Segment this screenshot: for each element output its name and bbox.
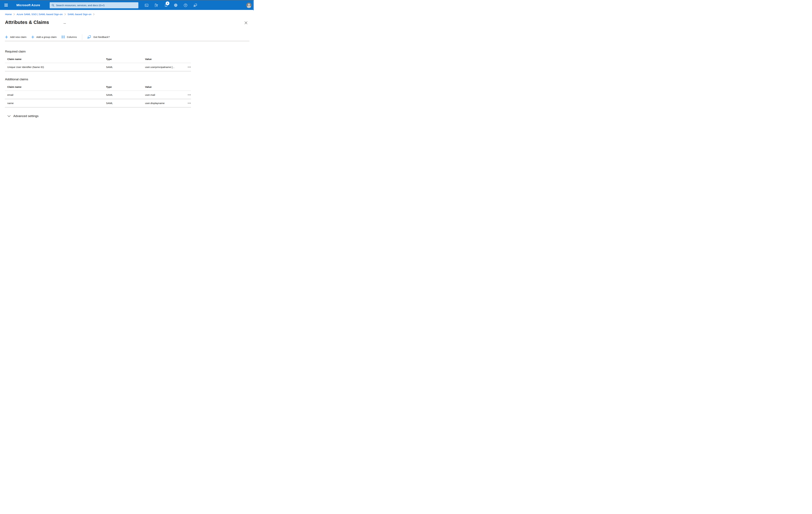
advanced-settings-label: Advanced settings (13, 114, 38, 118)
plus-icon (31, 35, 34, 38)
settings-button[interactable] (172, 2, 179, 8)
type-cell: SAML (106, 102, 145, 105)
table-header-row: Claim name Type Value (5, 83, 191, 91)
account-avatar[interactable] (246, 3, 252, 8)
got-feedback-label: Got feedback? (93, 35, 110, 38)
help-icon: ? (183, 3, 187, 7)
plus-icon (5, 35, 8, 38)
breadcrumb-app-link[interactable]: Azure SAML SSO | SAML-based Sign-on (17, 13, 62, 16)
table-header-row: Claim name Type Value (5, 55, 191, 63)
table-row[interactable]: name SAML user.displayname (5, 99, 191, 107)
type-cell: SAML (106, 66, 145, 69)
columns-label: Columns (67, 35, 77, 38)
add-new-claim-label: Add new claim (10, 35, 27, 38)
breadcrumb-home-link[interactable]: Home (5, 13, 12, 16)
chevron-right-icon (64, 13, 66, 16)
column-header-type: Type (106, 85, 145, 88)
command-bar: Add new claim Add a group claim Columns … (5, 34, 115, 40)
required-claim-table: Claim name Type Value Unique User Identi… (5, 55, 191, 71)
azure-top-bar: Microsoft Azure (0, 0, 254, 10)
got-feedback-button[interactable]: Got feedback? (87, 34, 110, 40)
chevron-right-icon (93, 13, 94, 16)
cloud-shell-icon (145, 3, 149, 7)
toolbar-divider (82, 34, 82, 40)
feedback-icon (87, 35, 91, 39)
columns-button[interactable]: Columns (62, 34, 77, 40)
topbar-icon-group: 6 ? (143, 2, 202, 8)
gear-icon (174, 3, 178, 7)
row-menu-button[interactable] (187, 66, 191, 68)
avatar-head (248, 4, 250, 6)
additional-claims-table: Claim name Type Value email SAML user.ma… (5, 83, 191, 107)
chevron-right-icon (13, 13, 15, 16)
help-button[interactable]: ? (182, 2, 189, 8)
close-icon (244, 21, 248, 24)
add-new-claim-button[interactable]: Add new claim (5, 34, 27, 40)
table-row[interactable]: Unique User Identifier (Name ID) SAML us… (5, 63, 191, 71)
close-blade-button[interactable] (243, 20, 248, 25)
claim-name-cell: name (7, 102, 106, 105)
command-bar-rule (5, 41, 250, 41)
columns-icon (62, 35, 65, 38)
add-group-claim-button[interactable]: Add a group claim (31, 34, 57, 40)
directory-filter-icon (154, 3, 158, 7)
value-cell: user.displayname (145, 102, 182, 105)
brand-title: Microsoft Azure (17, 3, 40, 7)
hamburger-menu-button[interactable] (2, 2, 9, 9)
claim-name-cell: Unique User Identifier (Name ID) (7, 66, 106, 69)
column-header-claim-name: Claim name (7, 58, 106, 61)
type-cell: SAML (106, 93, 145, 97)
advanced-settings-expander[interactable]: Advanced settings (7, 114, 38, 118)
column-header-value: Value (145, 85, 182, 88)
column-header-value: Value (145, 58, 182, 61)
search-input[interactable] (56, 4, 137, 7)
page-context-menu-button[interactable] (63, 23, 66, 24)
value-cell: user.mail (145, 93, 182, 97)
feedback-button[interactable] (192, 2, 199, 8)
svg-text:?: ? (185, 4, 186, 6)
cloud-shell-button[interactable] (143, 2, 150, 8)
notifications-button[interactable]: 6 (163, 2, 169, 8)
avatar-body (247, 6, 251, 8)
required-claim-heading: Required claim (5, 50, 26, 53)
global-search[interactable] (50, 2, 138, 8)
notification-count-badge: 6 (166, 1, 169, 5)
add-group-claim-label: Add a group claim (36, 35, 57, 38)
page-title: Attributes & Claims (5, 20, 49, 25)
search-icon (52, 4, 54, 7)
breadcrumb-signon-link[interactable]: SAML-based Sign-on (67, 13, 91, 16)
additional-claims-heading: Additional claims (5, 78, 28, 81)
table-row[interactable]: email SAML user.mail (5, 91, 191, 99)
value-cell: user.userprincipalname [... (145, 66, 182, 69)
window-scrollbar-strip (253, 0, 254, 10)
claim-name-cell: email (7, 93, 106, 97)
column-header-type: Type (106, 58, 145, 61)
feedback-icon (193, 3, 197, 7)
row-menu-button[interactable] (187, 102, 191, 104)
chevron-down-icon (7, 115, 10, 117)
row-menu-button[interactable] (187, 93, 191, 96)
breadcrumb: Home Azure SAML SSO | SAML-based Sign-on… (5, 13, 96, 16)
directory-filter-button[interactable] (153, 2, 160, 8)
column-header-claim-name: Claim name (7, 85, 106, 88)
